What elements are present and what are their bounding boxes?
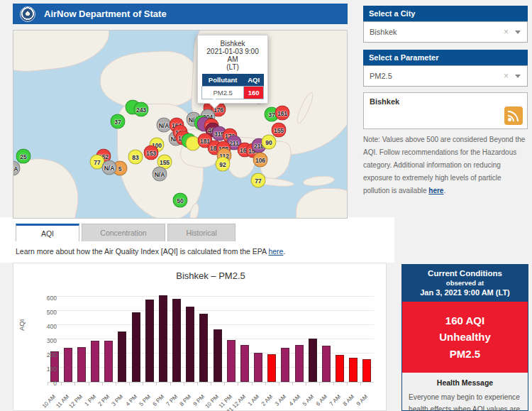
chart-bar[interactable] (240, 345, 249, 382)
aqi-chart: Bishkek – PM2.5 AQI 10 AM11 AM12 PM1 PM2… (13, 263, 387, 411)
chart-bar[interactable] (132, 312, 140, 382)
chart-x-tick (252, 383, 253, 385)
chart-gridline (48, 296, 374, 297)
current-conditions-datetime: Jan 3, 2021 9:00 AM (LT) (405, 288, 525, 297)
chart-bar[interactable] (349, 358, 358, 382)
select-city-header: Select a City (363, 6, 528, 21)
chart-x-tick (170, 383, 171, 385)
state-department-seal-icon (20, 6, 35, 22)
popup-pollutant-value: PM2.5 (202, 87, 244, 99)
popup-datetime: 2021-01-03 9:00 AM (201, 48, 264, 63)
chart-bar[interactable] (309, 339, 317, 382)
chart-x-tick (306, 383, 306, 385)
aqi-marker[interactable]: 25 (16, 149, 31, 164)
learn-more-link[interactable]: here (268, 247, 283, 256)
chart-bar[interactable] (336, 355, 344, 382)
chart-bar[interactable] (64, 348, 72, 382)
chart-bar[interactable] (172, 299, 181, 382)
city-clear-icon[interactable]: × (504, 27, 509, 37)
chart-x-tick (238, 383, 238, 385)
aqi-marker[interactable]: 50 (173, 193, 188, 208)
rss-icon[interactable] (504, 106, 523, 125)
chart-x-tick (143, 383, 143, 385)
tab-historical[interactable]: Historical (167, 224, 235, 241)
note-link[interactable]: here (428, 187, 443, 194)
aqi-marker[interactable]: N/A (102, 160, 117, 175)
world-map[interactable]: 2433725N/A152775N/A83100153155N/AN/A164N… (13, 30, 348, 219)
chart-bar[interactable] (91, 341, 99, 382)
chart-y-axis-label: AQI (18, 319, 26, 331)
chart-gridline (48, 339, 374, 339)
aqi-marker[interactable]: 161 (275, 106, 290, 121)
chart-x-tick (74, 383, 75, 385)
chart-gridline (48, 310, 374, 311)
aqi-marker[interactable]: 37 (111, 114, 126, 129)
chart-title: Bishkek – PM2.5 (48, 270, 374, 281)
aqi-marker[interactable]: 155 (272, 123, 287, 138)
chart-y-tick: 0 (33, 380, 57, 387)
note-suffix: . (443, 187, 445, 194)
chart-bar[interactable] (77, 347, 86, 382)
aqi-marker[interactable]: 77 (251, 173, 266, 188)
rss-dot (508, 118, 511, 121)
chart-y-tick: 200 (33, 351, 57, 358)
chart-x-tick (61, 383, 62, 385)
chart-x-tick (89, 383, 89, 385)
chart-bar[interactable] (362, 359, 371, 382)
chart-x-tick (102, 383, 103, 385)
aqi-pollutant: PM2.5 (405, 346, 525, 362)
rss-feed-box: Bishkek (363, 92, 528, 129)
chart-bar[interactable] (254, 353, 262, 382)
aqi-marker[interactable]: 90 (262, 135, 277, 150)
current-conditions-title: Current Conditions (405, 269, 525, 278)
city-select-value: Bishkek (370, 28, 397, 36)
chart-x-tick (224, 383, 225, 385)
popup-table: Pollutant AQI PM2.5 160 (201, 74, 264, 99)
tab-aqi[interactable]: AQI (16, 224, 79, 241)
current-conditions-header: Current Conditions observed at Jan 3, 20… (402, 265, 528, 302)
aqi-category: Unhealthy (405, 329, 525, 345)
chart-x-tick (279, 383, 279, 385)
chart-x-tick (292, 383, 293, 385)
chart-bar[interactable] (281, 348, 289, 382)
health-message-text: Everyone may begin to experience health … (409, 391, 521, 411)
aqi-marker[interactable]: 92 (216, 157, 231, 172)
chart-bar[interactable] (267, 354, 276, 382)
chart-bar[interactable] (214, 329, 222, 382)
note-prefix: Note: Values above 500 are considered Be… (363, 136, 525, 194)
learn-more-suffix: . (283, 247, 285, 256)
chart-bar[interactable] (104, 341, 113, 382)
parameter-select[interactable]: PM2.5 × (363, 65, 528, 87)
chart-x-tick (156, 383, 157, 385)
aqi-marker[interactable]: 243 (134, 102, 149, 117)
aqi-marker[interactable]: 153 (144, 146, 159, 160)
chart-bar[interactable] (322, 346, 331, 382)
aqi-status-box: 160 AQI Unhealthy PM2.5 (402, 302, 528, 373)
aqi-marker[interactable]: 106 (253, 153, 268, 168)
chart-x-tick (360, 383, 361, 385)
aqi-marker[interactable]: 83 (128, 150, 143, 165)
parameter-dropdown-arrow-icon[interactable] (515, 75, 521, 78)
parameter-clear-icon[interactable]: × (504, 71, 509, 81)
popup-city: Bishkek (201, 40, 264, 48)
city-select[interactable]: Bishkek × (363, 21, 528, 43)
chart-bar[interactable] (159, 295, 167, 382)
note-text: Note: Values above 500 are considered Be… (363, 133, 528, 197)
aqi-marker[interactable]: N/A (153, 167, 167, 182)
app-title: AirNow Department of State (44, 9, 167, 19)
tab-bar: AQI Concentration Historical (16, 224, 235, 241)
chart-x-tick (184, 383, 184, 385)
chart-bar[interactable] (295, 345, 304, 382)
chart-y-tick: 600 (33, 295, 57, 302)
tab-concentration[interactable]: Concentration (82, 224, 165, 241)
chart-bar[interactable] (145, 300, 154, 382)
chart-bar[interactable] (186, 307, 194, 382)
health-message-title: Health Message (409, 378, 521, 387)
chart-bar[interactable] (227, 340, 235, 382)
chart-bar[interactable] (118, 331, 126, 382)
map-landmass-australia (296, 188, 348, 219)
city-dropdown-arrow-icon[interactable] (515, 31, 521, 34)
chart-bar[interactable] (199, 314, 208, 382)
chart-x-tick (197, 383, 198, 385)
parameter-select-value: PM2.5 (370, 72, 392, 80)
